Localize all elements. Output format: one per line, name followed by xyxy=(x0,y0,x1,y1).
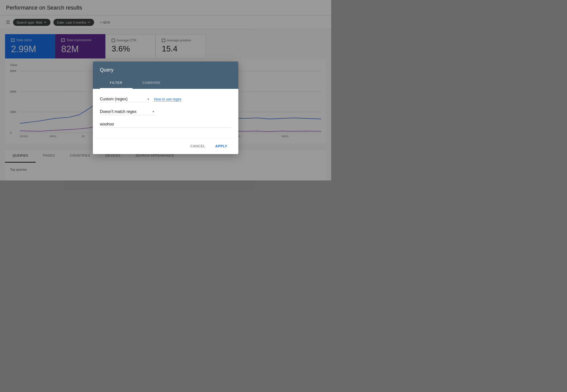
dialog-footer: CANCEL APPLY xyxy=(93,138,238,154)
regex-input[interactable] xyxy=(100,121,231,128)
dialog-tab-filter-label: FILTER xyxy=(110,81,122,85)
dialog-tabs: FILTER COMPARE xyxy=(100,77,231,89)
how-to-regex-link[interactable]: How to use regex xyxy=(154,97,181,101)
modal-overlay[interactable]: Query FILTER COMPARE Custom (regex) Cont… xyxy=(0,0,331,233)
condition-select-wrap: Doesn't match regex Matches regex ▾ xyxy=(100,108,155,115)
condition-select[interactable]: Doesn't match regex Matches regex xyxy=(100,108,155,115)
filter-type-row: Custom (regex) Contains Doesn't contain … xyxy=(100,96,231,102)
filter-type-select[interactable]: Custom (regex) Contains Doesn't contain … xyxy=(100,96,150,102)
dialog-title: Query xyxy=(100,67,231,73)
input-row xyxy=(100,121,231,128)
filter-type-select-wrap: Custom (regex) Contains Doesn't contain … xyxy=(100,96,150,102)
dialog-tab-compare-label: COMPARE xyxy=(143,81,161,85)
dialog-tab-compare[interactable]: COMPARE xyxy=(132,77,171,89)
apply-button[interactable]: APPLY xyxy=(211,142,231,150)
dialog-body: Custom (regex) Contains Doesn't contain … xyxy=(93,89,238,138)
dialog-tab-filter[interactable]: FILTER xyxy=(100,77,132,89)
cancel-button[interactable]: CANCEL xyxy=(186,142,209,150)
condition-row: Doesn't match regex Matches regex ▾ xyxy=(100,108,231,115)
dialog-header: Query FILTER COMPARE xyxy=(93,61,238,89)
query-dialog: Query FILTER COMPARE Custom (regex) Cont… xyxy=(93,61,238,154)
